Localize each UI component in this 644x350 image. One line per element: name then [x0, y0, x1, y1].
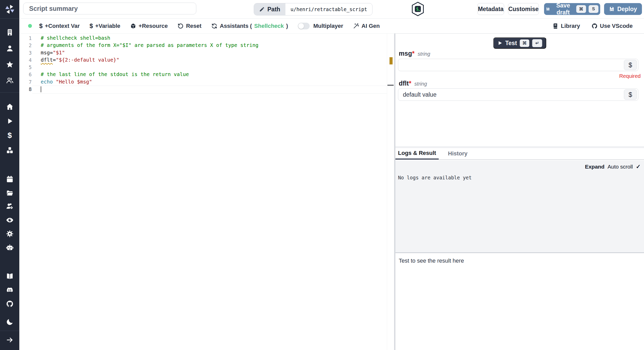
test-label: Test	[505, 40, 517, 47]
logs-tabs: Logs & Result History	[395, 148, 644, 160]
line-number: 5	[19, 64, 32, 71]
sidebar-item-runs[interactable]	[6, 117, 14, 125]
save-draft-button[interactable]: Save draft ⌘ S	[544, 3, 600, 15]
use-vscode-button[interactable]: Use VScode	[591, 23, 633, 29]
add-resource-label: +Resource	[139, 23, 168, 29]
ai-gen-button[interactable]: AI Gen	[353, 23, 380, 29]
refresh-icon	[211, 23, 217, 29]
required-asterisk: *	[409, 80, 411, 87]
toolbar-right: Library Use VScode	[552, 23, 633, 29]
assistants-label-suffix: )	[286, 23, 288, 29]
overview-ruler-border	[387, 34, 387, 350]
sidebar-item-workers[interactable]	[6, 202, 14, 210]
add-context-var-button[interactable]: $ +Context Var	[39, 22, 80, 30]
code-line[interactable]: dflt="${2:-default value}"	[41, 56, 258, 64]
tab-logs-result[interactable]: Logs & Result	[395, 148, 439, 160]
deploy-button[interactable]: Deploy	[604, 3, 642, 15]
multiplayer-label: Multiplayer	[313, 23, 343, 29]
autoscroll-checkbox[interactable]: ✓	[636, 163, 641, 170]
sidebar-divider	[0, 18, 19, 19]
code-line[interactable]: msg="$1"	[41, 49, 258, 56]
field-name: dflt	[399, 80, 409, 87]
add-variable-button[interactable]: $ +Variable	[89, 22, 120, 30]
autoscroll-label: Auto scroll	[608, 164, 633, 170]
assistants-label: Assistants (	[220, 23, 252, 29]
line-number: 7	[19, 78, 32, 86]
insert-variable-button[interactable]: $	[624, 60, 637, 70]
edit-path-button[interactable]: Path	[254, 3, 285, 15]
save-icon	[609, 6, 615, 12]
add-variable-label: +Variable	[95, 23, 120, 29]
insert-variable-button[interactable]: $	[624, 89, 637, 100]
customise-button[interactable]: Customise	[508, 3, 539, 15]
code-line[interactable]: # arguments of the form X="$I" are parse…	[41, 42, 258, 49]
package-icon	[130, 23, 136, 29]
dark-mode-toggle-icon[interactable]	[6, 318, 14, 326]
code-line[interactable]	[41, 86, 258, 93]
cmd-key-badge: ⌘	[520, 39, 529, 47]
dollar-icon: $	[7, 131, 12, 139]
line-number: 1	[19, 35, 32, 42]
editor-code[interactable]: # shellcheck shell=bash# arguments of th…	[41, 35, 258, 93]
expand-sidebar-arrow-icon[interactable]	[6, 336, 14, 344]
result-area: Test to see the result here	[395, 253, 644, 350]
sidebar: $	[0, 0, 19, 350]
windmill-logo-icon[interactable]	[4, 4, 15, 15]
dflt-input[interactable]	[398, 91, 624, 98]
reset-icon	[177, 23, 184, 29]
wand-sparkles-icon	[353, 23, 359, 29]
book-icon	[552, 23, 558, 29]
sidebar-item-audit-logs[interactable]	[6, 216, 14, 224]
sidebar-item-variables[interactable]: $	[6, 131, 14, 139]
sidebar-divider	[0, 331, 19, 331]
add-resource-button[interactable]: +Resource	[130, 23, 168, 29]
sidebar-item-favorites[interactable]	[6, 60, 14, 69]
code-line[interactable]	[41, 64, 258, 71]
sidebar-item-settings[interactable]	[6, 230, 14, 238]
reset-button[interactable]: Reset	[177, 23, 201, 29]
multiplayer-toggle[interactable]	[298, 23, 310, 29]
add-context-var-label: +Context Var	[45, 23, 80, 29]
script-path-value[interactable]: u/henri/retractable_script	[285, 3, 372, 15]
metadata-button[interactable]: Metadata	[477, 3, 504, 15]
topbar: Path u/henri/retractable_script $ Metada…	[19, 0, 644, 19]
logs-controls: Expand Auto scroll ✓	[585, 163, 641, 170]
line-number: 2	[19, 42, 32, 49]
library-label: Library	[561, 23, 580, 29]
sidebar-item-service-accounts[interactable]	[6, 244, 14, 252]
expand-logs-button[interactable]: Expand	[585, 164, 605, 170]
sidebar-item-docs[interactable]	[6, 272, 14, 280]
overview-ruler-cursor-mark	[387, 85, 394, 86]
logs-empty-message: No logs are available yet	[398, 175, 472, 180]
code-line[interactable]: # shellcheck shell=bash	[41, 35, 258, 42]
enter-key-badge: ↵	[532, 39, 542, 47]
line-number: 6	[19, 71, 32, 78]
editor-toolbar: $ +Context Var $ +Variable +Resource Res…	[19, 19, 644, 34]
code-editor[interactable]: 12345678 # shellcheck shell=bash# argume…	[19, 34, 394, 350]
sidebar-item-discord[interactable]	[6, 286, 14, 294]
editor-gutter: 12345678	[19, 35, 32, 93]
msg-input[interactable]	[398, 62, 624, 69]
tab-history[interactable]: History	[445, 148, 470, 160]
ai-gen-label: AI Gen	[361, 23, 380, 29]
sidebar-item-schedules[interactable]	[6, 175, 14, 183]
sidebar-item-home[interactable]	[6, 103, 14, 111]
save-draft-label: Save draft	[553, 2, 574, 16]
code-line[interactable]: echo "Hello $msg"	[41, 78, 258, 86]
library-button[interactable]: Library	[552, 23, 580, 29]
sidebar-item-workspace[interactable]	[6, 28, 14, 36]
sidebar-item-user[interactable]	[6, 44, 14, 53]
play-icon	[497, 40, 502, 46]
field-type: string	[414, 81, 427, 87]
toggle-knob	[298, 23, 304, 29]
code-line[interactable]: # the last line of the stdout is the ret…	[41, 71, 258, 78]
test-button[interactable]: Test ⌘ ↵	[493, 37, 546, 49]
assistants-button[interactable]: Assistants (Shellcheck)	[211, 23, 288, 29]
sidebar-item-resources[interactable]	[6, 146, 14, 154]
script-summary-input[interactable]	[23, 3, 196, 14]
connection-status-dot	[28, 24, 32, 28]
sidebar-item-github[interactable]	[6, 300, 14, 308]
sidebar-item-folders[interactable]	[6, 189, 14, 197]
use-vscode-label: Use VScode	[600, 23, 633, 29]
sidebar-item-groups[interactable]	[6, 76, 14, 85]
